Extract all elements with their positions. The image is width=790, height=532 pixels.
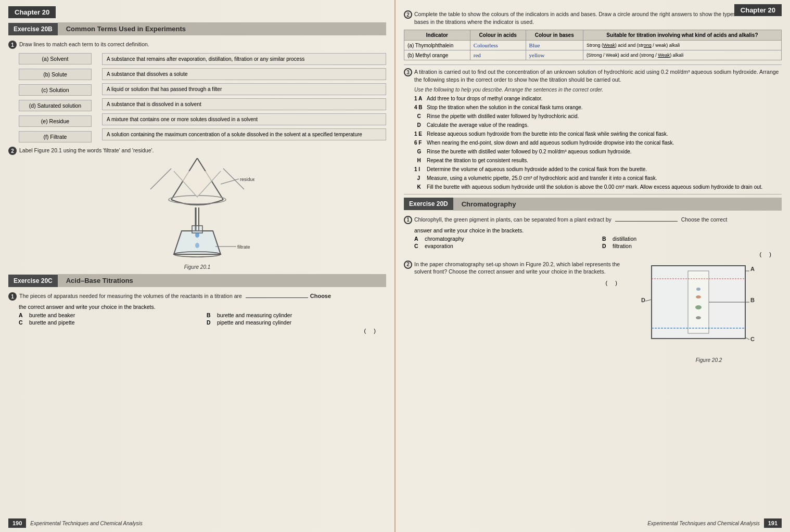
step-a-label: 1 A	[414, 95, 427, 102]
q2-titration-section: 2 Complete the table to show the colours…	[404, 10, 782, 60]
q2-20d-text: 2 In the paper chromatography set-up sho…	[404, 261, 628, 286]
q1-20d-choose: Choose the correct	[681, 216, 728, 223]
q1-20d-row: 1 Chlorophyll, the green pigment in plan…	[404, 216, 782, 224]
svg-line-27	[745, 338, 749, 340]
exercise-20d-title: Chromatography	[453, 198, 782, 211]
option-c: C burette and pipette	[19, 319, 198, 326]
q1-20c-num: 1	[8, 292, 17, 301]
option-b-letter: B	[207, 312, 215, 318]
page-num-left: 190	[8, 518, 26, 528]
mcq-options-20d: A chromatography B distillation C evapor…	[414, 236, 782, 249]
q2-20d-row: 2 In the paper chromatography set-up sho…	[404, 261, 628, 276]
step-c-text: Rinse the pipette with distilled water f…	[427, 112, 579, 120]
answer-blank	[246, 297, 308, 298]
svg-point-10	[195, 243, 199, 248]
step-a-text: Add three to four drops of methyl orange…	[427, 95, 542, 102]
def-6: A solution containing the maximum concen…	[102, 128, 386, 140]
q1-20d-instruction2: answer and write your choice in the brac…	[414, 227, 782, 233]
exercise-20d-label: Exercise 20D	[404, 198, 453, 210]
q2-row: 2 Label Figure 20.1 using the words 'fil…	[8, 147, 386, 155]
option-a-text: burette and beaker	[29, 312, 75, 318]
exercise-20c-bar: Exercise 20C Acid–Base Titrations	[8, 274, 386, 287]
q1-20d-instruction: Chlorophyll, the green pigment in plants…	[414, 216, 727, 224]
svg-point-18	[695, 305, 702, 309]
def-3: A liquid or solution that has passed thr…	[102, 83, 386, 95]
svg-text:residue: residue	[240, 177, 254, 182]
option-20d-a: A chromatography	[414, 236, 594, 242]
opt-20d-c-letter: C	[414, 243, 423, 249]
exercise-20b-label: Exercise 20B	[8, 23, 58, 35]
figure-20-2-container: A B C D Figure 20.2	[636, 261, 782, 363]
q1-20d-section: 1 Chlorophyll, the green pigment in plan…	[404, 216, 782, 257]
indicator-table: Indicator Colour in acids Colour in base…	[404, 30, 782, 60]
step-b-label: 4 B	[414, 103, 427, 111]
def-5: A mixture that contains one or more solu…	[102, 113, 386, 125]
step-g: G Rinse the burette with distilled water…	[414, 148, 782, 155]
svg-rect-16	[688, 271, 709, 333]
match-terms: (a) Solvent (b) Solute (c) Solution (d) …	[19, 53, 92, 142]
exercise-20b-bar: Exercise 20B Common Terms Used in Experi…	[8, 22, 386, 35]
term-e: (e) Residue	[19, 115, 92, 127]
step-e-text: Release aqueous sodium hydroxide from th…	[427, 130, 668, 138]
col-colour-bases: Colour in bases	[526, 30, 583, 41]
step-k-text: Fill the burette with aqueous sodium hyd…	[427, 183, 762, 191]
q3-titration-instruction: A titration is carried out to find out t…	[414, 68, 782, 83]
svg-point-9	[195, 232, 199, 238]
col-indicator: Indicator	[404, 30, 470, 41]
step-b: 4 B Stop the titration when the solution…	[414, 103, 782, 111]
divider-1	[404, 64, 782, 65]
option-b: B burette and measuring cylinder	[207, 312, 386, 318]
funnel-svg: residue filtrate	[140, 158, 254, 262]
q2-titration-row: 2 Complete the table to show the colours…	[404, 10, 782, 25]
term-c: (c) Solution	[19, 84, 92, 96]
q1-20c-instruction2: the correct answer and write your choice…	[19, 304, 386, 310]
q1-row: 1 Draw lines to match each term to its c…	[8, 41, 386, 49]
q2-instruction: Label Figure 20.1 using the words 'filtr…	[19, 147, 154, 154]
term-b: (b) Solute	[19, 69, 92, 80]
q1-instruction: Draw lines to match each term to its cor…	[19, 41, 149, 48]
step-k: K Fill the burette with aqueous sodium h…	[414, 183, 782, 191]
step-h-text: Repeat the titration to get consistent r…	[427, 157, 528, 164]
def-4: A substance that is dissolved in a solve…	[102, 98, 386, 110]
footer-text-right: Experimental Techniques and Chemical Ana…	[647, 521, 759, 526]
def-1: A substance that remains after evaporati…	[102, 53, 386, 65]
svg-text:D: D	[641, 297, 645, 303]
exercise-20d-bar: Exercise 20D Chromatography	[404, 198, 782, 211]
opt-20d-d-text: filtration	[613, 243, 632, 249]
footer-text-left: Experimental Techniques and Chemical Ana…	[30, 521, 142, 526]
colour-bases-a: Blue	[526, 41, 583, 50]
step-i-text: Determine the volume of aqueous sodium h…	[427, 165, 647, 173]
step-g-text: Rinse the burette with distilled water f…	[427, 148, 632, 155]
svg-text:filtrate: filtrate	[237, 244, 250, 250]
suitable-a: Strong (Weak) acid and (strong / weak) a…	[583, 41, 781, 50]
divider-2	[404, 194, 782, 194]
svg-text:B: B	[750, 297, 755, 303]
option-d: D pipette and measuring cylinder	[207, 319, 386, 326]
q2-20d-section: 2 In the paper chromatography set-up sho…	[404, 261, 782, 363]
bracket-20d-2: ( )	[404, 280, 617, 286]
step-e: 1 E Release aqueous sodium hydroxide fro…	[414, 130, 782, 138]
exercise-20c-title: Acid–Base Titrations	[58, 274, 386, 287]
left-page: Chapter 20 Exercise 20B Common Terms Use…	[0, 0, 396, 532]
svg-rect-7	[192, 226, 202, 233]
figure-20-1-area: residue filtrate Figure 20.1	[8, 158, 386, 270]
q2-20d-instruction: In the paper chromatography set-up shown…	[414, 261, 628, 276]
col-colour-acids: Colour in acids	[470, 30, 526, 41]
colour-bases-b: yellow	[526, 50, 583, 60]
term-d: (d) Saturated solution	[19, 100, 92, 111]
q2-titration-num: 2	[404, 10, 412, 19]
q1-20c-row: 1 The pieces of apparatus needed for mea…	[8, 292, 386, 301]
option-d-letter: D	[207, 319, 215, 326]
chapter-header-left: Chapter 20	[8, 6, 56, 18]
match-container: (a) Solvent (b) Solute (c) Solution (d) …	[19, 53, 386, 142]
step-j-text: Measure, using a volumetric pipette, 25.…	[427, 174, 657, 182]
step-j: J Measure, using a volumetric pipette, 2…	[414, 174, 782, 182]
step-f: 6 F When nearing the end-point, slow dow…	[414, 139, 782, 147]
svg-point-21	[696, 316, 701, 319]
step-g-label: G	[414, 148, 427, 155]
step-d-text: Calculate the average value of the readi…	[427, 121, 529, 129]
colour-acids-b: red	[470, 50, 526, 60]
page-footer-left: 190 Experimental Techniques and Chemical…	[0, 518, 394, 528]
step-i: 1 I Determine the volume of aqueous sodi…	[414, 165, 782, 173]
svg-line-29	[645, 300, 652, 301]
